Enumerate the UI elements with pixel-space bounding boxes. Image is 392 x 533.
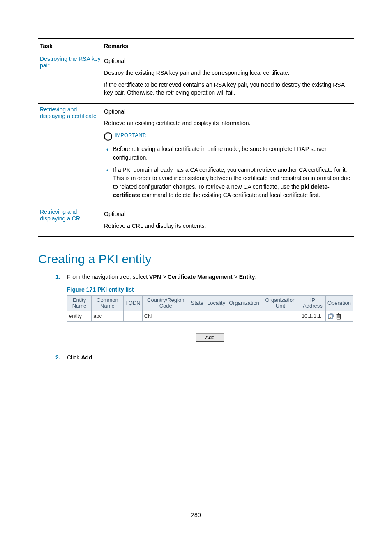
col-header-remarks: Remarks	[102, 39, 354, 53]
hdr-entity-name: Entity Name	[67, 295, 92, 311]
hdr-org-unit: Organization Unit	[261, 295, 300, 311]
figure-caption: Figure 171 PKI entity list	[67, 286, 354, 293]
cell-org-unit	[261, 311, 300, 322]
cell-ip: 10.1.1.1	[300, 311, 325, 322]
row2-optional: Optional	[104, 108, 352, 116]
bullet-2: If a PKI domain already has a CA certifi…	[113, 166, 352, 199]
hdr-country: Country/Region Code	[142, 295, 189, 311]
hdr-ip: IP Address	[300, 295, 325, 311]
row1-note: If the certificate to be retrieved conta…	[104, 81, 352, 97]
cell-common-name: abc	[91, 311, 123, 322]
important-label: IMPORTANT:	[115, 132, 147, 138]
svg-rect-5	[336, 314, 341, 315]
remarks-row2: Optional Retrieve an existing certificat…	[102, 103, 354, 206]
task-link-destroy-rsa[interactable]: Destroying the RSA key pair	[40, 56, 101, 69]
svg-rect-6	[338, 313, 339, 314]
cell-entity-name: entity	[67, 311, 92, 322]
trash-icon[interactable]	[336, 313, 341, 319]
cell-locality	[205, 311, 227, 322]
cell-country: CN	[142, 311, 189, 322]
page-number: 280	[0, 512, 392, 518]
row1-desc: Destroy the existing RSA key pair and th…	[104, 69, 352, 77]
cell-operation	[325, 311, 353, 322]
hdr-locality: Locality	[205, 295, 227, 311]
important-bullets: Before retrieving a local certificate in…	[104, 145, 352, 199]
edit-icon[interactable]	[327, 313, 336, 319]
col-header-task: Task	[38, 39, 102, 53]
important-icon: !	[104, 132, 112, 141]
task-remarks-table: Task Remarks Destroying the RSA key pair…	[38, 38, 354, 237]
row2-desc: Retrieve an existing certificate and dis…	[104, 119, 352, 127]
task-link-retrieve-crl[interactable]: Retrieving and displaying a CRL	[40, 209, 83, 222]
hdr-operation: Operation	[325, 295, 353, 311]
add-button[interactable]: Add	[196, 333, 224, 342]
task-link-retrieve-cert[interactable]: Retrieving and displaying a certificate	[40, 106, 97, 119]
cell-org	[227, 311, 261, 322]
important-callout: ! IMPORTANT:	[104, 131, 352, 141]
hdr-org: Organization	[227, 295, 261, 311]
section-heading: Creating a PKI entity	[38, 252, 354, 266]
cell-state	[189, 311, 205, 322]
hdr-common-name: Common Name	[91, 295, 123, 311]
row3-optional: Optional	[104, 210, 352, 218]
remarks-row1: Optional Destroy the existing RSA key pa…	[102, 53, 354, 104]
cell-fqdn	[123, 311, 142, 322]
step-1: From the navigation tree, select VPN > C…	[67, 273, 354, 281]
hdr-fqdn: FQDN	[123, 295, 142, 311]
svg-rect-0	[328, 315, 332, 319]
row1-optional: Optional	[104, 57, 352, 65]
hdr-state: State	[189, 295, 205, 311]
table-row: entity abc CN 10.1.1.1	[67, 311, 353, 322]
remarks-row3: Optional Retrieve a CRL and display its …	[102, 206, 354, 237]
pki-entity-table: Entity Name Common Name FQDN Country/Reg…	[67, 295, 353, 322]
row3-desc: Retrieve a CRL and display its contents.	[104, 222, 352, 230]
bullet-1: Before retrieving a local certificate in…	[113, 145, 352, 162]
step-2: Click Add.	[67, 353, 354, 362]
